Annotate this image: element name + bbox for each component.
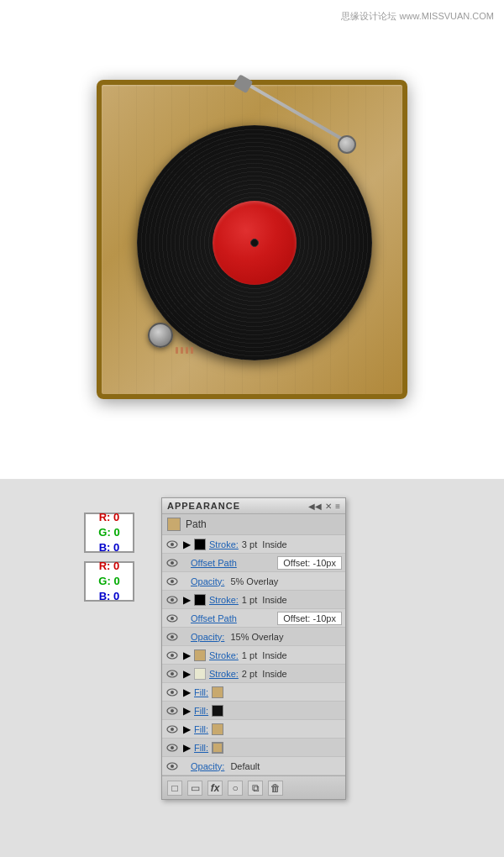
volume-knob[interactable] (148, 323, 173, 348)
expand-icon-2[interactable]: ▶ (182, 596, 191, 604)
svg-point-11 (171, 635, 174, 639)
stroke-value-1: 3 pt Inside (242, 539, 287, 549)
turntable-board (97, 80, 407, 399)
stroke-link-1[interactable]: Stroke: (209, 539, 239, 549)
offset-path-link-2[interactable]: Offset Path (191, 613, 237, 623)
knob-mark (181, 347, 183, 354)
watermark: 思缘设计论坛 www.MISSVUAN.COM (341, 10, 494, 23)
circle-icon[interactable]: ○ (228, 781, 243, 796)
row-fill-1: ▶ Fill: (162, 683, 345, 702)
r-value-1: R: 0 (99, 510, 120, 525)
fill-swatch-4 (212, 742, 223, 754)
path-color-swatch (167, 518, 181, 531)
svg-point-23 (171, 746, 174, 749)
opacity-link-2[interactable]: Opacity: (191, 632, 224, 642)
fx-icon[interactable]: fx (207, 781, 223, 796)
expand-icon-4[interactable]: ▶ (182, 670, 191, 678)
visibility-icon-2[interactable] (165, 557, 179, 569)
duplicate-icon[interactable]: ⧉ (248, 781, 263, 796)
stroke-value-4: 2 pt Inside (242, 669, 287, 679)
visibility-icon-9[interactable] (165, 686, 179, 698)
expand-icon-6[interactable]: ▶ (182, 707, 191, 715)
visibility-icon-8[interactable] (165, 668, 179, 680)
fill-swatch-3 (212, 723, 223, 735)
offset-badge-1: Offset: -10px (277, 556, 342, 570)
svg-point-15 (171, 672, 174, 676)
opacity-value-1: 5% Overlay (228, 576, 278, 586)
stroke-link-3[interactable]: Stroke: (209, 650, 239, 660)
svg-point-17 (171, 691, 174, 694)
row-opacity-1: Opacity: 5% Overlay (162, 572, 345, 591)
row-offset-2: Offset Path Offset: -10px (162, 609, 345, 628)
path-header-row: Path (162, 514, 345, 535)
knob-mark (176, 347, 178, 354)
row-fill-4: ▶ Fill: (162, 739, 345, 757)
tonearm-pivot (338, 135, 356, 154)
knob-mark (191, 347, 193, 354)
visibility-icon-3[interactable] (165, 576, 179, 587)
expand-icon-7[interactable]: ▶ (182, 725, 191, 733)
stroke-link-2[interactable]: Stroke: (209, 595, 239, 605)
visibility-icon-13[interactable] (165, 760, 179, 772)
opacity-link-3[interactable]: Opacity: (191, 761, 224, 771)
fill-link-1[interactable]: Fill: (194, 687, 208, 697)
visibility-icon-12[interactable] (165, 742, 179, 754)
new-layer-icon[interactable]: □ (167, 781, 182, 796)
stroke-swatch-3 (194, 649, 206, 661)
row-fill-2: ▶ Fill: (162, 702, 345, 720)
stroke-value-2: 1 pt Inside (242, 595, 287, 605)
color-boxes-left: R: 0 G: 0 B: 0 R: 0 G: 0 B: 0 (84, 513, 134, 602)
record-center-hole (250, 239, 259, 247)
row-opacity-2: Opacity: 15% Overlay (162, 628, 345, 646)
svg-point-25 (171, 765, 174, 768)
stroke-link-4[interactable]: Stroke: (209, 669, 239, 679)
panel-collapse-btn[interactable]: ◀◀ (308, 502, 322, 511)
panel-controls: ◀◀ ✕ ≡ (308, 502, 340, 511)
visibility-icon-6[interactable] (165, 631, 179, 643)
record-label (213, 201, 297, 285)
delete-icon[interactable]: 🗑 (268, 781, 283, 796)
panel-menu-btn[interactable]: ≡ (335, 502, 340, 511)
knob-marks (176, 347, 193, 354)
expand-icon-5[interactable]: ▶ (182, 688, 191, 697)
row-stroke-2: ▶ Stroke: 1 pt Inside (162, 591, 345, 609)
stroke-swatch-2 (194, 594, 206, 606)
visibility-icon-11[interactable] (165, 723, 179, 735)
fill-link-3[interactable]: Fill: (194, 724, 208, 734)
fill-swatch-1 (212, 686, 223, 698)
fill-link-4[interactable]: Fill: (194, 743, 208, 753)
expand-icon-1[interactable]: ▶ (182, 540, 191, 549)
visibility-icon-7[interactable] (165, 649, 179, 661)
stroke-value-3: 1 pt Inside (242, 650, 287, 660)
offset-path-link-1[interactable]: Offset Path (191, 558, 237, 568)
color-box-1: R: 0 G: 0 B: 0 (84, 513, 134, 553)
visibility-icon-10[interactable] (165, 705, 179, 717)
visibility-icon-5[interactable] (165, 613, 179, 624)
expand-icon-8[interactable]: ▶ (182, 744, 191, 752)
svg-point-19 (171, 709, 174, 712)
visibility-icon-4[interactable] (165, 594, 179, 606)
color-box-2: R: 0 G: 0 B: 0 (84, 561, 134, 602)
panel-titlebar: APPEARANCE ◀◀ ✕ ≡ (162, 498, 345, 514)
b-value-2: B: 0 (99, 589, 120, 604)
offset-badge-2: Offset: -10px (277, 612, 342, 625)
svg-point-21 (171, 728, 174, 731)
svg-point-7 (171, 598, 174, 602)
row-stroke-3: ▶ Stroke: 1 pt Inside (162, 646, 345, 665)
path-label: Path (186, 518, 207, 530)
panel-close-btn[interactable]: ✕ (325, 502, 332, 511)
panel-toolbar: □ ▭ fx ○ ⧉ 🗑 (162, 776, 345, 799)
fill-swatch-2 (212, 705, 223, 717)
b-value-1: B: 0 (99, 540, 120, 555)
appearance-panel: APPEARANCE ◀◀ ✕ ≡ Path ▶ Stroke: 3 pt In… (161, 497, 346, 800)
expand-icon-3[interactable]: ▶ (182, 651, 191, 660)
tonearm-head (234, 74, 254, 93)
fill-link-2[interactable]: Fill: (194, 706, 208, 716)
stroke-swatch-1 (194, 539, 206, 550)
square-icon[interactable]: ▭ (187, 781, 202, 796)
visibility-icon-1[interactable] (165, 539, 179, 550)
stroke-swatch-4 (194, 668, 206, 680)
top-section: 思缘设计论坛 www.MISSVUAN.COM (0, 0, 504, 479)
vinyl-record (137, 125, 372, 360)
opacity-link-1[interactable]: Opacity: (191, 576, 224, 586)
